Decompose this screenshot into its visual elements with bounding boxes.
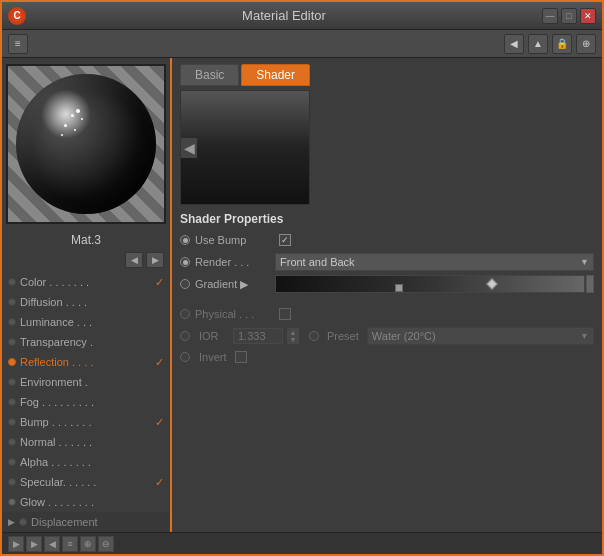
physical-checkbox[interactable] [279, 308, 291, 320]
gradient-bottom-handle[interactable] [395, 284, 403, 292]
shader-arrow-icon[interactable]: ◀ [181, 138, 197, 158]
ior-up-btn[interactable]: ▲ [288, 329, 298, 336]
prop-glow[interactable]: Glow . . . . . . . . [2, 492, 170, 512]
prop-reflection[interactable]: Reflection . . . . ✓ [2, 352, 170, 372]
gradient-radio[interactable] [180, 279, 190, 289]
sparkle-1 [71, 114, 74, 117]
app-icon: C [8, 7, 26, 25]
prop-label-glow: Glow . . . . . . . . [20, 496, 164, 508]
prop-label-luminance: Luminance . . . [20, 316, 164, 328]
use-bump-row: Use Bump [172, 229, 602, 251]
toolbar-menu-btn[interactable]: ≡ [8, 34, 28, 54]
prop-environment[interactable]: Environment . [2, 372, 170, 392]
sparkle-4 [74, 129, 76, 131]
prop-dot-environment [8, 378, 16, 386]
physical-radio[interactable] [180, 309, 190, 319]
prop-dot-displacement [19, 518, 27, 526]
use-bump-label: Use Bump [195, 234, 275, 246]
prop-luminance[interactable]: Luminance . . . [2, 312, 170, 332]
bottom-bar: ▶ ▶ ◀ ≡ ⊕ ⊖ [2, 532, 602, 554]
use-bump-radio[interactable] [180, 235, 190, 245]
preset-select[interactable]: Water (20°C) ▼ [367, 327, 594, 345]
ior-radio[interactable] [180, 331, 190, 341]
prop-transparency[interactable]: Transparency . [2, 332, 170, 352]
toolbar-lock-btn[interactable]: 🔒 [552, 34, 572, 54]
bottom-icon-5[interactable]: ⊕ [80, 536, 96, 552]
render-select[interactable]: Front and Back ▼ [275, 253, 594, 271]
mat-nav-next[interactable]: ▶ [146, 252, 164, 268]
render-select-arrow-icon: ▼ [580, 257, 589, 267]
sparkle-5 [76, 109, 80, 113]
prop-displacement-folder[interactable]: ▶ Displacement [2, 512, 170, 532]
tab-basic[interactable]: Basic [180, 64, 239, 86]
toolbar: ≡ ◀ ▲ 🔒 ⊕ [2, 30, 602, 58]
bottom-icon-3[interactable]: ◀ [44, 536, 60, 552]
prop-specular[interactable]: Specular. . . . . . ✓ [2, 472, 170, 492]
sparkle-2 [64, 124, 67, 127]
prop-dot-bump [8, 418, 16, 426]
gradient-bar[interactable] [275, 275, 585, 293]
left-panel: Mat.3 ◀ ▶ Color . . . . . . . ✓ Diffusio… [2, 58, 172, 532]
gradient-scrollbar[interactable] [586, 275, 594, 293]
preview-sphere [16, 74, 156, 214]
right-panel: Basic Shader ◀ Shader Properties Use Bum… [172, 58, 602, 532]
prop-label-color: Color . . . . . . . [20, 276, 155, 288]
main-window: C Material Editor — □ ✕ ≡ ◀ ▲ 🔒 ⊕ [0, 0, 604, 556]
ior-spinner: ▲ ▼ [287, 328, 299, 344]
gradient-diamond-handle[interactable] [486, 278, 497, 289]
use-bump-checkbox[interactable] [279, 234, 291, 246]
prop-dot-luminance [8, 318, 16, 326]
ior-label: IOR [199, 330, 229, 342]
prop-label-fog: Fog . . . . . . . . . [20, 396, 164, 408]
prop-check-color: ✓ [155, 276, 164, 289]
maximize-button[interactable]: □ [561, 8, 577, 24]
window-title: Material Editor [26, 8, 542, 23]
prop-bump[interactable]: Bump . . . . . . . ✓ [2, 412, 170, 432]
prop-dot-fog [8, 398, 16, 406]
gradient-label: Gradient ▶ [195, 278, 275, 291]
sparkle-3 [81, 118, 83, 120]
main-content: Mat.3 ◀ ▶ Color . . . . . . . ✓ Diffusio… [2, 58, 602, 532]
bottom-icon-6[interactable]: ⊖ [98, 536, 114, 552]
prop-dot-diffusion [8, 298, 16, 306]
invert-radio[interactable] [180, 352, 190, 362]
ior-input[interactable]: 1.333 [233, 328, 283, 344]
close-button[interactable]: ✕ [580, 8, 596, 24]
bottom-icons: ▶ ▶ ◀ ≡ ⊕ ⊖ [8, 536, 114, 552]
preset-radio[interactable] [309, 331, 319, 341]
prop-label-reflection: Reflection . . . . [20, 356, 155, 368]
prop-check-specular: ✓ [155, 476, 164, 489]
render-radio[interactable] [180, 257, 190, 267]
minimize-button[interactable]: — [542, 8, 558, 24]
toolbar-arrow-up[interactable]: ▲ [528, 34, 548, 54]
tab-shader[interactable]: Shader [241, 64, 310, 86]
ior-down-btn[interactable]: ▼ [288, 336, 298, 343]
prop-normal[interactable]: Normal . . . . . . [2, 432, 170, 452]
prop-dot-transparency [8, 338, 16, 346]
bottom-icon-2[interactable]: ▶ [26, 536, 42, 552]
toolbar-arrow-left[interactable]: ◀ [504, 34, 524, 54]
folder-triangle-icon: ▶ [8, 517, 15, 527]
preset-value: Water (20°C) [372, 330, 436, 342]
render-row: Render . . . Front and Back ▼ [172, 251, 602, 273]
prop-label-specular: Specular. . . . . . [20, 476, 155, 488]
tab-bar: Basic Shader [172, 58, 602, 86]
toolbar-action-btn[interactable]: ⊕ [576, 34, 596, 54]
prop-diffusion[interactable]: Diffusion . . . . [2, 292, 170, 312]
mat-nav-prev[interactable]: ◀ [125, 252, 143, 268]
shader-properties-header: Shader Properties [172, 209, 602, 229]
gradient-row: Gradient ▶ [172, 273, 602, 295]
prop-fog[interactable]: Fog . . . . . . . . . [2, 392, 170, 412]
prop-dot-reflection [8, 358, 16, 366]
bottom-icon-4[interactable]: ≡ [62, 536, 78, 552]
prop-color[interactable]: Color . . . . . . . ✓ [2, 272, 170, 292]
bottom-icon-1[interactable]: ▶ [8, 536, 24, 552]
invert-checkbox[interactable] [235, 351, 247, 363]
prop-label-diffusion: Diffusion . . . . [20, 296, 164, 308]
preset-arrow-icon: ▼ [580, 331, 589, 341]
prop-alpha[interactable]: Alpha . . . . . . . [2, 452, 170, 472]
prop-label-displacement: Displacement [31, 516, 98, 528]
invert-label: Invert [199, 351, 227, 363]
prop-dot-color [8, 278, 16, 286]
physical-label: Physical . . . [195, 308, 275, 320]
